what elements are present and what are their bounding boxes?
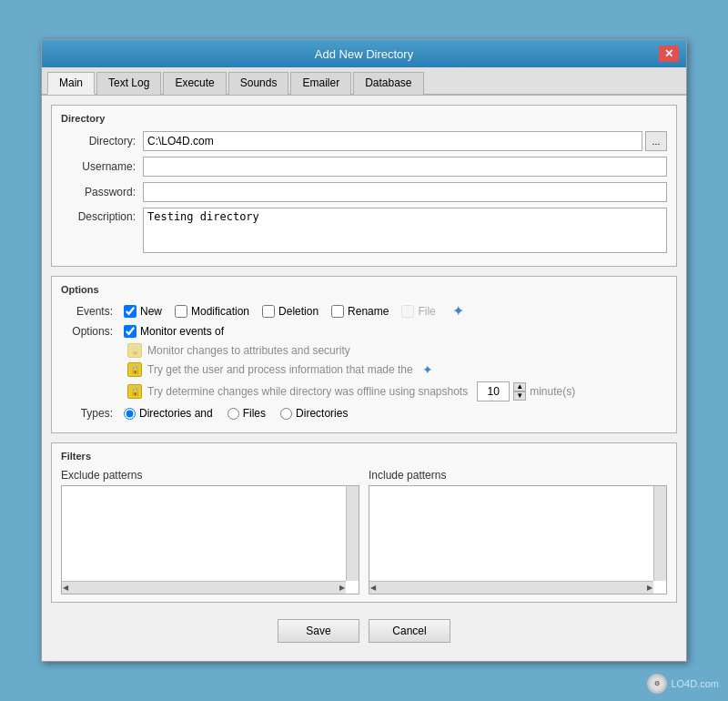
exclude-col: Exclude patterns ◀ ▶ — [61, 469, 359, 594]
type-files[interactable]: Files — [228, 407, 266, 420]
try-user-label: Try get the user and process information… — [147, 363, 413, 376]
directory-section: Directory Directory: ... Username: Passw… — [51, 105, 677, 267]
event-modification-label: Modification — [191, 305, 249, 318]
try-user-row: 🔒 Try get the user and process informati… — [127, 362, 667, 377]
password-input[interactable] — [143, 182, 667, 202]
options-row: Options: Monitor events of — [61, 325, 667, 338]
browse-button[interactable]: ... — [645, 131, 667, 151]
event-deletion[interactable]: Deletion — [262, 305, 318, 318]
type-files-label: Files — [243, 407, 266, 420]
monitor-attrs-label: Monitor changes to attributes and securi… — [147, 344, 350, 357]
username-input[interactable] — [143, 157, 667, 177]
dialog-title: Add New Directory — [69, 47, 659, 61]
spinner-down[interactable]: ▼ — [513, 391, 526, 401]
directory-section-title: Directory — [61, 113, 667, 124]
lock-icon-2: 🔒 — [127, 362, 142, 377]
cancel-button[interactable]: Cancel — [369, 619, 450, 643]
options-section-title: Options — [61, 284, 667, 295]
close-button[interactable]: ✕ — [659, 46, 679, 62]
event-rename-checkbox[interactable] — [331, 305, 344, 318]
event-deletion-label: Deletion — [278, 305, 318, 318]
username-row: Username: — [61, 157, 667, 177]
save-button[interactable]: Save — [278, 619, 359, 643]
events-row: Events: New Modification Deletion Rename — [61, 302, 667, 320]
lock-icon-3: 🔒 — [127, 384, 142, 399]
include-textarea-wrap: ◀ ▶ — [369, 485, 667, 594]
include-scroll-left: ◀ — [370, 584, 376, 592]
event-rename[interactable]: Rename — [331, 305, 389, 318]
watermark: ⚙ LO4D.com — [647, 674, 719, 694]
exclude-scrollbar-h[interactable]: ◀ ▶ — [62, 581, 346, 594]
event-new[interactable]: New — [124, 305, 162, 318]
include-scrollbar-h[interactable]: ◀ ▶ — [369, 581, 653, 594]
spinner-input[interactable]: 10 — [477, 381, 510, 401]
password-label: Password: — [61, 186, 143, 198]
lock-icon-1: 🔒 — [127, 343, 142, 358]
description-textarea[interactable]: Testing directory — [143, 208, 667, 253]
title-bar: Add New Directory ✕ — [42, 40, 686, 67]
try-determine-row: 🔒 Try determine changes while directory … — [127, 381, 667, 401]
footer: Save Cancel — [51, 612, 677, 652]
exclude-scrollbar-v[interactable] — [346, 486, 359, 581]
include-scrollbar-v[interactable] — [653, 486, 666, 581]
type-dirs-and-radio[interactable] — [124, 408, 136, 420]
password-row: Password: — [61, 182, 667, 202]
exclude-textarea-wrap: ◀ ▶ — [61, 485, 359, 594]
event-file-label: File — [418, 305, 435, 318]
tabs-container: Main Text Log Execute Sounds Emailer Dat… — [42, 67, 686, 96]
event-new-checkbox[interactable] — [124, 305, 136, 318]
directory-row: Directory: ... — [61, 131, 667, 151]
event-modification-checkbox[interactable] — [175, 305, 187, 318]
type-directories[interactable]: Directories — [280, 407, 348, 420]
description-row: Description: Testing directory — [61, 208, 667, 253]
event-new-label: New — [140, 305, 162, 318]
directory-input[interactable] — [143, 131, 642, 151]
options-label: Options: — [61, 325, 120, 338]
star-icon-user: ✦ — [422, 362, 433, 377]
type-directories-radio[interactable] — [280, 408, 292, 420]
filters-row: Exclude patterns ◀ ▶ Include patterns — [61, 469, 667, 594]
tab-textlog[interactable]: Text Log — [96, 72, 161, 95]
exclude-textarea[interactable] — [62, 486, 346, 581]
type-dirs-and[interactable]: Directories and — [124, 407, 213, 420]
event-modification[interactable]: Modification — [175, 305, 249, 318]
tab-database[interactable]: Database — [353, 72, 423, 95]
event-file[interactable]: File — [401, 305, 435, 318]
main-content: Directory Directory: ... Username: Passw… — [42, 96, 686, 661]
type-directories-label: Directories — [296, 407, 348, 420]
monitor-events-checkbox[interactable] — [124, 325, 136, 338]
include-col: Include patterns ◀ ▶ — [369, 469, 667, 594]
description-label: Description: — [61, 210, 143, 223]
include-scroll-right: ▶ — [647, 584, 652, 592]
radio-group: Directories and Files Directories — [124, 407, 348, 420]
types-row: Types: Directories and Files Directories — [61, 407, 667, 420]
event-deletion-checkbox[interactable] — [262, 305, 275, 318]
monitor-events-checkbox-item[interactable]: Monitor events of — [124, 325, 224, 338]
include-label: Include patterns — [369, 469, 667, 482]
tab-main[interactable]: Main — [47, 72, 95, 95]
spinner-up[interactable]: ▲ — [513, 382, 526, 391]
events-label: Events: — [61, 305, 120, 318]
watermark-text: LO4D.com — [671, 678, 719, 689]
dialog: Add New Directory ✕ Main Text Log Execut… — [41, 39, 687, 662]
types-label: Types: — [61, 407, 120, 420]
filters-section: Filters Exclude patterns ◀ ▶ Include pat… — [51, 442, 677, 603]
exclude-scroll-right: ▶ — [339, 584, 345, 592]
star-icon-events: ✦ — [452, 302, 464, 320]
spinner-buttons: ▲ ▼ — [513, 382, 526, 401]
minutes-label: minute(s) — [530, 385, 575, 398]
event-file-checkbox — [401, 305, 414, 318]
include-textarea[interactable] — [369, 486, 653, 581]
exclude-scroll-left: ◀ — [63, 584, 68, 592]
tab-emailer[interactable]: Emailer — [290, 72, 351, 95]
tab-execute[interactable]: Execute — [163, 72, 226, 95]
type-dirs-and-label: Directories and — [139, 407, 213, 420]
tab-sounds[interactable]: Sounds — [228, 72, 289, 95]
spinner-group: 10 ▲ ▼ minute(s) — [477, 381, 575, 401]
username-label: Username: — [61, 160, 143, 173]
lo4d-logo: ⚙ — [647, 674, 667, 694]
filters-section-title: Filters — [61, 451, 667, 462]
monitor-attrs-row: 🔒 Monitor changes to attributes and secu… — [127, 343, 667, 358]
type-files-radio[interactable] — [228, 408, 239, 420]
exclude-label: Exclude patterns — [61, 469, 359, 482]
